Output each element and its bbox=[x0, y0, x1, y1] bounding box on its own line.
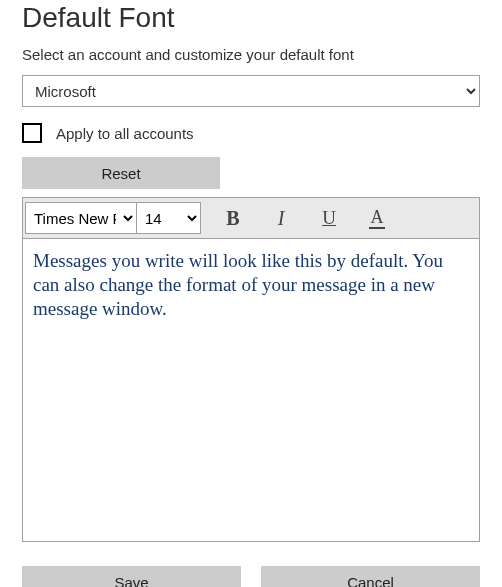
preview-textarea[interactable]: Messages you write will look like this b… bbox=[23, 239, 479, 541]
apply-all-row[interactable]: Apply to all accounts bbox=[22, 123, 480, 143]
footer-buttons: Save Cancel bbox=[22, 566, 480, 587]
font-color-button[interactable]: A bbox=[353, 198, 401, 239]
page-title: Default Font bbox=[22, 0, 480, 34]
editor: Times New R 14 B I U A Messages you writ… bbox=[22, 197, 480, 542]
cancel-button[interactable]: Cancel bbox=[261, 566, 480, 587]
font-family-select[interactable]: Times New R bbox=[25, 202, 137, 234]
account-select[interactable]: Microsoft bbox=[22, 75, 480, 107]
save-button[interactable]: Save bbox=[22, 566, 241, 587]
underline-icon: U bbox=[322, 207, 336, 229]
bold-icon: B bbox=[226, 207, 239, 230]
editor-toolbar: Times New R 14 B I U A bbox=[23, 198, 479, 239]
italic-button[interactable]: I bbox=[257, 198, 305, 239]
reset-button[interactable]: Reset bbox=[22, 157, 220, 189]
page-subtitle: Select an account and customize your def… bbox=[22, 46, 480, 63]
font-color-icon: A bbox=[369, 208, 385, 229]
italic-icon: I bbox=[278, 207, 285, 230]
bold-button[interactable]: B bbox=[209, 198, 257, 239]
apply-all-label: Apply to all accounts bbox=[56, 125, 194, 142]
font-size-select[interactable]: 14 bbox=[137, 202, 201, 234]
underline-button[interactable]: U bbox=[305, 198, 353, 239]
apply-all-checkbox[interactable] bbox=[22, 123, 42, 143]
